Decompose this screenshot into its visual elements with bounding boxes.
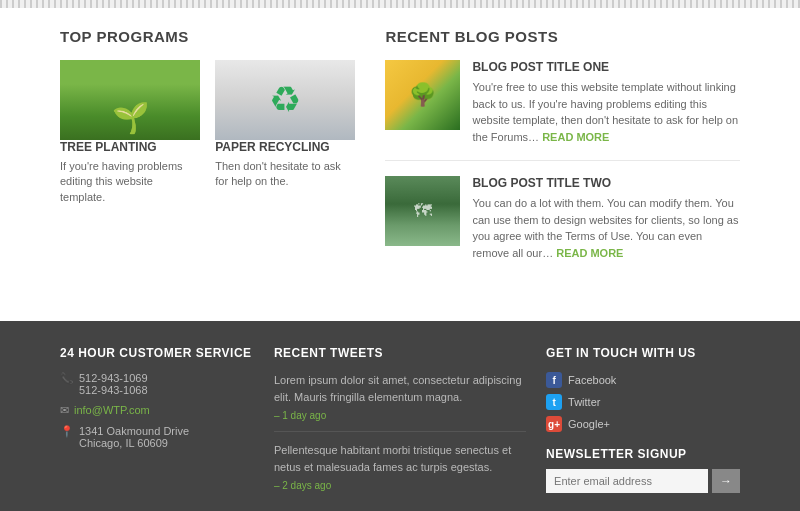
blog-title-2: BLOG POST TITLE TWO [472,176,740,190]
blog-post-1: 🌳 BLOG POST TITLE ONE You're free to use… [385,60,740,161]
recycle-symbol: ♻ [269,82,301,118]
blog-posts-title: RECENT BLOG POSTS [385,28,740,45]
tweet-divider [274,431,526,432]
social-links: f Facebook t Twitter g+ Google+ [546,372,740,432]
newsletter-title: NEWSLETTER SIGNUP [546,447,740,461]
blog-text-2: You can do a lot with them. You can modi… [472,195,740,261]
address-icon: 📍 [60,425,74,438]
social-title: GET IN TOUCH WITH US [546,346,740,360]
twitter-label: Twitter [568,396,600,408]
address-row: 📍 1341 Oakmound Drive Chicago, IL 60609 [60,425,254,449]
blog-thumb-2: 🗺 [385,176,460,246]
programs-grid: TREE PLANTING If you're having problems … [60,60,355,205]
footer-social: GET IN TOUCH WITH US f Facebook t Twitte… [546,346,740,493]
newsletter-form: → [546,469,740,493]
phone-icon: 📞 [60,372,74,385]
tree-image [60,60,200,140]
googleplus-icon: g+ [546,416,562,432]
phone2: 512-943-1068 [79,384,148,396]
customer-service-title: 24 HOUR CUSTOMER SERVICE [60,346,254,360]
email-icon: ✉ [60,404,69,417]
top-pattern [0,0,800,8]
phone-row: 📞 512-943-1069 512-943-1068 [60,372,254,396]
main-content: TOP PROGRAMS TREE PLANTING If you're hav… [0,8,800,321]
social-twitter[interactable]: t Twitter [546,394,740,410]
newsletter-email-input[interactable] [546,469,708,493]
program-card-tree: TREE PLANTING If you're having problems … [60,60,200,205]
facebook-label: Facebook [568,374,616,386]
program-name-tree: TREE PLANTING [60,140,200,154]
program-desc-recycle: Then don't hesitate to ask for help on t… [215,159,355,190]
address1: 1341 Oakmound Drive [79,425,189,437]
blog-post-2: 🗺 BLOG POST TITLE TWO You can do a lot w… [385,176,740,276]
email-link[interactable]: info@WTP.com [74,404,150,416]
blog-text-1: You're free to use this website template… [472,79,740,145]
tweet-1: Lorem ipsum dolor sit amet, consectetur … [274,372,526,421]
address2: Chicago, IL 60609 [79,437,189,449]
footer-tweets: RECENT TWEETS Lorem ipsum dolor sit amet… [274,346,526,493]
blog-thumb-1: 🌳 [385,60,460,130]
social-facebook[interactable]: f Facebook [546,372,740,388]
footer-customer-service: 24 HOUR CUSTOMER SERVICE 📞 512-943-1069 … [60,346,254,493]
top-programs-title: TOP PROGRAMS [60,28,355,45]
tweet-date-2: – 2 days ago [274,480,526,491]
blog-content-2: BLOG POST TITLE TWO You can do a lot wit… [472,176,740,261]
email-row: ✉ info@WTP.com [60,404,254,417]
tweet-date-1: – 1 day ago [274,410,526,421]
read-more-1[interactable]: READ MORE [542,131,609,143]
top-programs-section: TOP PROGRAMS TREE PLANTING If you're hav… [60,28,355,291]
tweet-text-2: Pellentesque habitant morbi tristique se… [274,442,526,475]
googleplus-label: Google+ [568,418,610,430]
footer: 24 HOUR CUSTOMER SERVICE 📞 512-943-1069 … [0,321,800,511]
recycle-image: ♻ [215,60,355,140]
blog-posts-section: RECENT BLOG POSTS 🌳 BLOG POST TITLE ONE … [385,28,740,291]
blog-title-1: BLOG POST TITLE ONE [472,60,740,74]
phone1: 512-943-1069 [79,372,148,384]
program-name-recycle: PAPER RECYCLING [215,140,355,154]
blog-content-1: BLOG POST TITLE ONE You're free to use t… [472,60,740,145]
facebook-icon: f [546,372,562,388]
newsletter-submit-button[interactable]: → [712,469,740,493]
twitter-icon: t [546,394,562,410]
tweet-2: Pellentesque habitant morbi tristique se… [274,442,526,491]
program-desc-tree: If you're having problems editing this w… [60,159,200,205]
read-more-2[interactable]: READ MORE [556,247,623,259]
program-card-recycle: ♻ PAPER RECYCLING Then don't hesitate to… [215,60,355,205]
social-googleplus[interactable]: g+ Google+ [546,416,740,432]
tweet-text-1: Lorem ipsum dolor sit amet, consectetur … [274,372,526,405]
tweets-title: RECENT TWEETS [274,346,526,360]
